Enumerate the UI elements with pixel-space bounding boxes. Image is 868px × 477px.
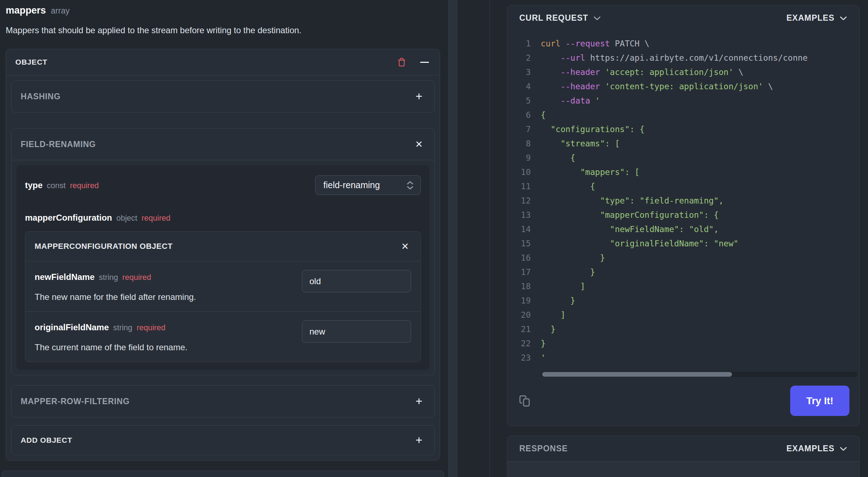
type-select[interactable]: field-renaming (315, 175, 421, 195)
new-field-name-input[interactable] (302, 270, 411, 292)
code-line: 6{ (513, 108, 859, 122)
response-header: RESPONSE EXAMPLES (507, 436, 859, 462)
trash-icon (396, 57, 407, 68)
code-line: 10 "mappers": [ (513, 165, 859, 179)
example-panel: CURL REQUEST EXAMPLES 1curl --request PA… (498, 0, 868, 477)
response-examples-label: EXAMPLES (786, 444, 834, 453)
copy-code-button[interactable] (517, 393, 533, 409)
section-hashing[interactable]: HASHING + (11, 80, 435, 112)
curl-request-header: CURL REQUEST EXAMPLES (507, 5, 859, 31)
response-examples-dropdown[interactable]: EXAMPLES (786, 444, 847, 453)
field-renaming-title: FIELD-RENAMING (21, 140, 96, 149)
original-field-name-left: originalFieldName string required The cu… (35, 320, 302, 352)
original-field-name-input[interactable] (302, 320, 411, 343)
original-field-name-label-group: originalFieldName string required (35, 322, 302, 332)
section-mapper-row-filtering[interactable]: MAPPER-ROW-FILTERING + (11, 385, 435, 417)
field-name: mappers (6, 5, 46, 16)
close-field-renaming-button[interactable]: ✕ (413, 138, 425, 150)
code-line: 13 "mapperConfiguration": { (513, 208, 859, 222)
code-line: 5 --data ' (513, 94, 859, 108)
type-label-group: type const required (25, 180, 99, 190)
expand-mapper-row-filtering-button[interactable]: + (413, 395, 425, 407)
object-card-actions (395, 56, 430, 68)
field-heading: mappers array (6, 5, 440, 16)
code-hscrollbar (541, 372, 857, 377)
mapper-configuration-card-header: MAPPERCONFIGURATION OBJECT ✕ (25, 232, 420, 261)
code-line: 15 "originalFieldName": "new" (513, 236, 859, 251)
mapper-configuration-label: mapperConfiguration (25, 213, 112, 223)
field-description: Mappers that should be applied to the st… (6, 25, 440, 35)
minus-icon (420, 62, 429, 63)
response-body (507, 462, 859, 477)
new-field-name-required-badge: required (122, 273, 151, 282)
new-field-name-description: The new name for the field after renamin… (35, 292, 302, 302)
code-line: 4 --header 'content-type: application/js… (513, 79, 859, 94)
add-object-inner-label: ADD OBJECT (21, 436, 72, 445)
mapper-configuration-required-badge: required (142, 214, 171, 223)
curl-request-card: CURL REQUEST EXAMPLES 1curl --request PA… (507, 5, 860, 426)
code-line: 8 "streams": [ (513, 136, 859, 151)
curl-examples-dropdown[interactable]: EXAMPLES (786, 13, 847, 23)
page-scrollbar[interactable] (448, 0, 457, 477)
new-field-name-row: newFieldName string required The new nam… (25, 261, 420, 311)
code-line: 19 } (513, 293, 859, 308)
curl-request-title: CURL REQUEST (519, 13, 588, 23)
close-icon: ✕ (401, 242, 409, 250)
type-meta: const (47, 181, 66, 190)
new-field-name-left: newFieldName string required The new nam… (35, 270, 302, 302)
code-hscrollbar-thumb[interactable] (542, 372, 732, 377)
code-line: 11 { (513, 179, 859, 194)
original-field-name-meta: string (113, 323, 132, 332)
code-line: 2 --url https://api.airbyte.com/v1/conne… (513, 51, 859, 65)
copy-icon (518, 394, 532, 408)
type-label: type (25, 180, 42, 190)
object-card-header: OBJECT (6, 49, 440, 75)
code-line: 12 "type": "field-renaming", (513, 194, 859, 208)
mapper-configuration-label-group: mapperConfiguration object required (25, 213, 170, 223)
code-line: 18 ] (513, 279, 859, 293)
section-hashing-title: HASHING (21, 92, 61, 101)
add-object-inner-button[interactable]: ADD OBJECT + (11, 425, 435, 455)
mapper-configuration-card-title: MAPPERCONFIGURATION OBJECT (35, 242, 173, 251)
object-card-body: HASHING + FIELD-RENAMING ✕ (6, 75, 440, 460)
code-line: 20 ] (513, 308, 859, 322)
type-row: type const required field-renaming (25, 175, 421, 195)
code-line: 9 { (513, 151, 859, 165)
new-field-name-meta: string (99, 273, 118, 282)
mapper-configuration-meta: object (116, 214, 137, 223)
api-docs-page: mappers array Mappers that should be app… (0, 0, 868, 477)
code-line: 7 "configurations": { (513, 122, 859, 136)
curl-footer: Try It! (507, 377, 859, 426)
code-line: 1curl --request PATCH \ (513, 36, 859, 51)
new-field-name-label-group: newFieldName string required (35, 272, 302, 282)
response-title: RESPONSE (519, 444, 568, 453)
plus-icon: + (415, 92, 422, 100)
try-it-button[interactable]: Try It! (790, 386, 849, 416)
code-line: 14 "newFieldName": "old", (513, 222, 859, 236)
close-icon: ✕ (415, 140, 423, 148)
new-field-name-label: newFieldName (35, 272, 95, 282)
code-line: 3 --header 'accept: application/json' \ (513, 65, 859, 79)
code-line: 21 } (513, 322, 859, 336)
curl-request-dropdown[interactable]: CURL REQUEST (519, 13, 601, 23)
code-line: 22} (513, 336, 859, 351)
delete-object-button[interactable] (395, 56, 408, 68)
close-mapper-configuration-button[interactable]: ✕ (399, 240, 411, 252)
plus-icon: + (415, 436, 422, 444)
section-mapper-row-filtering-title: MAPPER-ROW-FILTERING (21, 397, 130, 406)
chevron-down-icon (839, 446, 847, 451)
schema-panel: mappers array Mappers that should be app… (0, 0, 445, 477)
original-field-name-row: originalFieldName string required The cu… (25, 311, 420, 362)
section-field-renaming: FIELD-RENAMING ✕ type const (11, 128, 435, 375)
original-field-name-required-badge: required (137, 323, 166, 332)
original-field-name-description: The current name of the field to rename. (35, 342, 302, 352)
type-required-badge: required (70, 181, 99, 190)
mapper-configuration-card: MAPPERCONFIGURATION OBJECT ✕ newFieldNam… (25, 231, 421, 362)
field-renaming-header[interactable]: FIELD-RENAMING ✕ (11, 129, 434, 160)
chevron-down-icon (593, 16, 601, 21)
curl-examples-label: EXAMPLES (786, 13, 834, 23)
add-object-outer-button[interactable]: ADD OBJECT + (2, 471, 444, 477)
field-type: array (51, 6, 70, 16)
expand-hashing-button[interactable]: + (413, 90, 425, 102)
collapse-object-button[interactable] (418, 56, 430, 68)
